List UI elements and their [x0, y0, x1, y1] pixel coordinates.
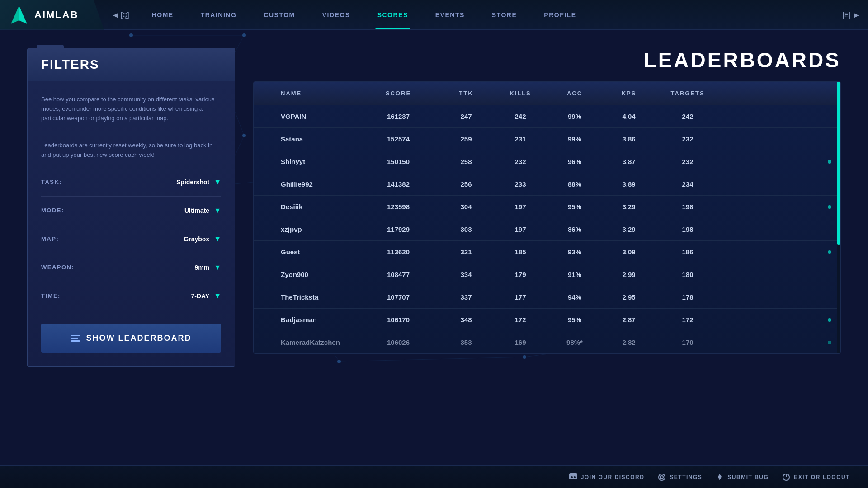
list-icon: [71, 335, 80, 342]
data-cell: 234: [656, 180, 719, 188]
nav-item-profile[interactable]: PROFILE: [530, 0, 590, 29]
table-row[interactable]: Satana15257425923199%3.86232: [254, 128, 840, 150]
name-cell: Shinyyt: [267, 158, 358, 165]
dropdown-arrow-task[interactable]: ▼: [214, 178, 221, 186]
data-cell: 197: [493, 203, 547, 211]
nav-item-scores[interactable]: SCORES: [364, 0, 422, 29]
data-cell: 179: [493, 271, 547, 278]
table-row[interactable]: VGPAIN16123724724299%4.04242: [254, 105, 840, 128]
filter-text-mode: Ultimate: [184, 207, 209, 214]
data-cell: 113620: [358, 248, 439, 256]
filters-panel: FILTERS See how you compare to the commu…: [27, 48, 235, 447]
data-cell: 98%*: [547, 338, 602, 346]
filters-description-1: See how you compare to the community on …: [41, 95, 221, 123]
data-cell: 108477: [358, 271, 439, 278]
data-cell: 178: [656, 293, 719, 301]
nav-item-events[interactable]: EVENTS: [422, 0, 478, 29]
table-row[interactable]: KameradKatzchen10602635316998%*2.82170: [254, 331, 840, 353]
name-cell: Desiiik: [267, 203, 358, 211]
data-cell: 232: [656, 158, 719, 165]
exit-link[interactable]: EXIT OR LOGOUT: [782, 473, 850, 481]
table-row[interactable]: Desiiik12359830419795%3.29198: [254, 196, 840, 218]
nav-back-button[interactable]: ◀ [Q]: [104, 11, 138, 19]
table-row[interactable]: Zyon90010847733417991%2.99180: [254, 263, 840, 286]
filters-description-2: Leaderboards are currently reset weekly,…: [41, 141, 221, 160]
show-leaderboard-button[interactable]: SHOW LEADERBOARD: [41, 324, 221, 353]
filter-text-time: 7-DAY: [191, 292, 209, 300]
settings-link[interactable]: SETTINGS: [658, 473, 702, 481]
data-cell: 180: [656, 271, 719, 278]
nav-item-training[interactable]: TRAINING: [187, 0, 250, 29]
data-cell: 232: [493, 158, 547, 165]
data-cell: 233: [493, 180, 547, 188]
data-cell: 172: [656, 316, 719, 324]
dropdown-arrow-map[interactable]: ▼: [214, 235, 221, 243]
svg-marker-1: [19, 6, 27, 24]
nav-item-videos[interactable]: VIDEOS: [309, 0, 364, 29]
table-row[interactable]: Guest11362032118593%3.09186: [254, 241, 840, 263]
data-cell: 88%: [547, 180, 602, 188]
row-dot: [828, 250, 831, 254]
dropdown-arrow-time[interactable]: ▼: [214, 292, 221, 300]
filter-value-mode: Ultimate ▼: [95, 206, 221, 215]
table-header: NAMESCORETTKKILLSACCKPSTARGETS: [254, 82, 840, 105]
svg-point-4: [574, 476, 576, 478]
filter-rows: TASK: Spidershot ▼ MODE: Ultimate ▼ MAP:…: [41, 178, 221, 310]
nav-item-home[interactable]: HOME: [138, 0, 187, 29]
filter-row-time[interactable]: TIME: 7-DAY ▼: [41, 292, 221, 310]
data-cell: 304: [439, 203, 493, 211]
logo-text: AIMLAB: [34, 9, 79, 21]
exit-icon: [782, 473, 790, 481]
discord-icon: [569, 473, 577, 481]
back-arrow-icon: ◀: [113, 11, 118, 19]
data-cell: 172: [493, 316, 547, 324]
bug-link[interactable]: SUBMIT BUG: [716, 473, 769, 481]
table-row[interactable]: xzjpvp11792930319786%3.29198: [254, 218, 840, 241]
filter-row-weapon[interactable]: WEAPON: 9mm ▼: [41, 263, 221, 282]
data-cell: 96%: [547, 158, 602, 165]
nav-item-custom[interactable]: CUSTOM: [250, 0, 308, 29]
filter-value-map: Graybox ▼: [95, 235, 221, 243]
col-header-ttk: TTK: [439, 90, 493, 97]
name-cell: Ghillie992: [267, 180, 358, 188]
bug-icon: [716, 473, 724, 481]
data-cell: 197: [493, 225, 547, 233]
col-header-acc: ACC: [547, 90, 602, 97]
data-cell: 2.82: [602, 338, 656, 346]
data-cell: 91%: [547, 271, 602, 278]
filter-row-map[interactable]: MAP: Graybox ▼: [41, 235, 221, 253]
svg-rect-2: [569, 473, 577, 479]
data-cell: 2.99: [602, 271, 656, 278]
footer: JOIN OUR DISCORD SETTINGS SUBMIT BUG EXI…: [0, 465, 868, 488]
filters-title: FILTERS: [41, 57, 99, 71]
dropdown-arrow-mode[interactable]: ▼: [214, 206, 221, 215]
table-row[interactable]: Shinyyt15015025823296%3.87232: [254, 150, 840, 173]
svg-point-6: [659, 474, 665, 480]
data-cell: 185: [493, 248, 547, 256]
logo[interactable]: AIMLAB: [0, 0, 104, 30]
nav-end[interactable]: [E] ▶: [834, 11, 868, 19]
filter-text-weapon: 9mm: [194, 264, 209, 271]
data-cell: 161237: [358, 113, 439, 120]
table-body: VGPAIN16123724724299%4.04242Satana152574…: [254, 105, 840, 353]
data-cell: 150150: [358, 158, 439, 165]
table-row[interactable]: Badjasman10617034817295%2.87172: [254, 309, 840, 331]
data-cell: 106170: [358, 316, 439, 324]
filter-value-weapon: 9mm ▼: [95, 263, 221, 272]
show-leaderboard-label: SHOW LEADERBOARD: [86, 333, 192, 343]
data-cell: 198: [656, 203, 719, 211]
data-cell: 152574: [358, 135, 439, 143]
filter-row-task[interactable]: TASK: Spidershot ▼: [41, 178, 221, 197]
data-cell: 94%: [547, 293, 602, 301]
dropdown-arrow-weapon[interactable]: ▼: [214, 263, 221, 272]
leaderboard-table: NAMESCORETTKKILLSACCKPSTARGETS VGPAIN161…: [253, 81, 841, 354]
name-cell: xzjpvp: [267, 225, 358, 233]
filter-row-mode[interactable]: MODE: Ultimate ▼: [41, 206, 221, 225]
row-dot: [828, 341, 831, 344]
table-row[interactable]: Ghillie99214138225623388%3.89234: [254, 173, 840, 196]
discord-link[interactable]: JOIN OUR DISCORD: [569, 473, 645, 481]
scrollbar[interactable]: [837, 82, 840, 353]
nav-item-store[interactable]: STORE: [478, 0, 530, 29]
table-row[interactable]: TheTricksta10770733717794%2.95178: [254, 286, 840, 309]
data-cell: 353: [439, 338, 493, 346]
